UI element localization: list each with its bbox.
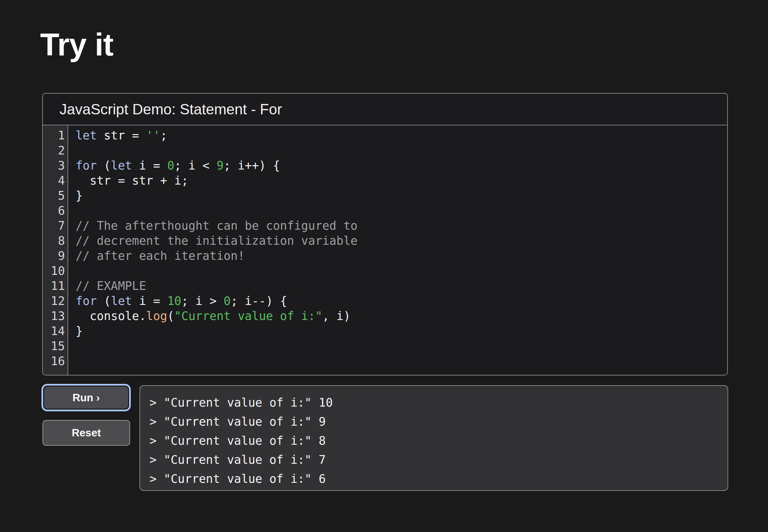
code-line: // decrement the initialization variable bbox=[76, 233, 727, 248]
code-line: let str = ''; bbox=[76, 128, 727, 143]
code-line: // after each iteration! bbox=[76, 248, 727, 263]
line-number: 7 bbox=[43, 218, 65, 233]
page: Try it JavaScript Demo: Statement - For … bbox=[0, 0, 768, 532]
code-line: console.log("Current value of i:", i) bbox=[76, 309, 727, 324]
code-content: let str = '';for (let i = 0; i < 9; i++)… bbox=[68, 125, 727, 375]
code-line: // The afterthought can be configured to bbox=[76, 218, 727, 233]
code-editor-panel: JavaScript Demo: Statement - For 1234567… bbox=[42, 93, 728, 376]
line-number: 9 bbox=[43, 248, 65, 263]
line-number: 6 bbox=[43, 203, 65, 218]
line-number: 3 bbox=[43, 158, 65, 173]
output-console[interactable]: > "Current value of i:" 10> "Current val… bbox=[139, 385, 728, 491]
line-number: 15 bbox=[43, 339, 65, 354]
line-number: 11 bbox=[43, 279, 65, 294]
console-line: > "Current value of i:" 6 bbox=[150, 469, 721, 489]
code-line: } bbox=[76, 188, 727, 203]
line-number: 13 bbox=[43, 309, 65, 324]
code-line bbox=[76, 263, 727, 279]
code-line bbox=[76, 354, 727, 369]
code-line bbox=[76, 203, 727, 218]
line-number: 5 bbox=[43, 188, 65, 203]
code-line bbox=[76, 339, 727, 354]
code-editor[interactable]: 12345678910111213141516 let str = '';for… bbox=[43, 125, 727, 375]
line-number: 8 bbox=[43, 233, 65, 248]
console-line: > "Current value of i:" 10 bbox=[150, 393, 721, 412]
code-line: // EXAMPLE bbox=[76, 279, 727, 294]
run-button[interactable]: Run › bbox=[43, 386, 129, 410]
console-line: > "Current value of i:" 9 bbox=[150, 412, 721, 431]
code-line: for (let i = 10; i > 0; i--) { bbox=[76, 294, 727, 309]
line-number: 10 bbox=[43, 263, 65, 279]
console-line: > "Current value of i:" 8 bbox=[150, 431, 721, 450]
reset-button[interactable]: Reset bbox=[42, 420, 130, 446]
editor-title: JavaScript Demo: Statement - For bbox=[60, 101, 282, 118]
line-number: 16 bbox=[43, 354, 65, 369]
console-line: > "Current value of i:" 7 bbox=[150, 450, 721, 469]
line-number: 14 bbox=[43, 324, 65, 339]
code-line: str = str + i; bbox=[76, 173, 727, 188]
code-line: for (let i = 0; i < 9; i++) { bbox=[76, 158, 727, 173]
run-button-label: Run › bbox=[73, 392, 100, 404]
line-number: 2 bbox=[43, 143, 65, 158]
line-number-gutter: 12345678910111213141516 bbox=[43, 125, 68, 375]
editor-title-bar: JavaScript Demo: Statement - For bbox=[43, 94, 727, 125]
page-title: Try it bbox=[40, 27, 113, 63]
code-line: } bbox=[76, 324, 727, 339]
line-number: 1 bbox=[43, 128, 65, 143]
code-line bbox=[76, 143, 727, 158]
line-number: 12 bbox=[43, 294, 65, 309]
line-number: 4 bbox=[43, 173, 65, 188]
reset-button-label: Reset bbox=[72, 427, 101, 439]
